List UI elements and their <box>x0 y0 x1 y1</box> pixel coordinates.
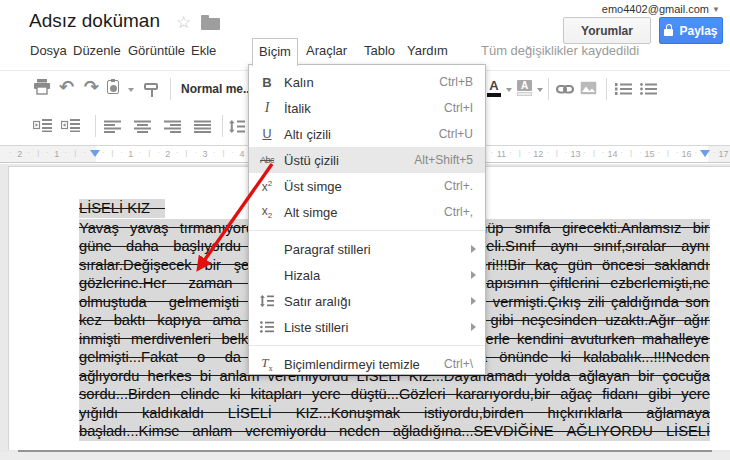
menu-item-alt-izili[interactable]: UAltı çiziliCtrl+U <box>249 121 485 147</box>
menu-item-bi-imlendirmeyi-temizle[interactable]: TxBiçimlendirmeyi temizleCtrl+\ <box>249 351 485 377</box>
paragraph-styles-dropdown[interactable]: Normal me... <box>181 82 253 96</box>
ruler-number: 15 <box>644 149 654 159</box>
align-left-icon[interactable] <box>104 119 121 137</box>
align-justify-icon[interactable] <box>194 119 211 137</box>
clear-formatting-icon: Tx <box>257 355 277 373</box>
menu-item-alt-simge[interactable]: x2Alt simgeCtrl+, <box>249 199 485 225</box>
menu-item--st-simge[interactable]: x2Üst simgeCtrl+. <box>249 173 485 199</box>
web-clipboard-icon[interactable] <box>107 80 119 94</box>
ruler-tick: | <box>556 148 558 157</box>
highlight-color-icon[interactable]: A <box>517 80 532 96</box>
ruler-tick: · <box>231 148 234 157</box>
ruler-tick: | <box>74 148 76 157</box>
align-center-icon[interactable] <box>134 119 151 137</box>
menubar-item-ekle[interactable]: Ekle <box>191 40 216 62</box>
ruler-tick: · <box>194 148 197 157</box>
highlight-caret-icon[interactable] <box>537 88 543 92</box>
menu-item-sat-r-aral-[interactable]: Satır aralığı <box>249 288 485 314</box>
menubar-item-dosya[interactable]: Dosya <box>30 40 67 62</box>
numbered-list-icon[interactable] <box>615 81 632 99</box>
redo-icon[interactable]: ↷ <box>84 76 99 97</box>
submenu-arrow-icon <box>471 271 476 279</box>
menu-item-shortcut: Alt+Shift+5 <box>414 153 473 167</box>
ruler-tick: · <box>565 148 568 157</box>
menubar-item-tablo[interactable]: Tablo <box>364 40 395 62</box>
ruler-tick: · <box>676 148 679 157</box>
menubar-item-biçim[interactable]: Biçim <box>252 38 298 66</box>
ruler-tick: · <box>102 148 105 157</box>
line-spacing-icon[interactable] <box>229 119 245 137</box>
selected-text-line[interactable]: sordu...Birdenelindekikitaplarıyeredüştü… <box>79 385 710 404</box>
subscript-icon: x2 <box>257 204 277 220</box>
insert-link-icon[interactable] <box>556 82 574 100</box>
menu-item-shortcut: Ctrl+, <box>444 205 473 219</box>
ruler-tick: | <box>593 148 595 157</box>
ruler-tick: | <box>37 148 39 157</box>
menu-divider <box>249 345 485 346</box>
right-indent-marker[interactable] <box>700 150 710 157</box>
menu-item-liste-stilleri[interactable]: Liste stilleri <box>249 314 485 340</box>
undo-icon[interactable]: ↶ <box>59 76 74 97</box>
indent-increase-icon[interactable] <box>61 118 80 136</box>
folder-icon[interactable] <box>201 18 220 30</box>
menubar-item-yardım[interactable]: Yardım <box>407 40 448 62</box>
bulleted-list-icon[interactable] <box>640 81 657 99</box>
menu-item-paragraf-stilleri[interactable]: Paragraf stilleri <box>249 236 485 262</box>
selected-text-line[interactable]: yığıldıkaldıkaldıLİSELİKIZ...Konuşmakist… <box>79 404 710 423</box>
selected-text-line[interactable]: başladı...Kimseanlamveremiyordunedenağla… <box>79 422 710 441</box>
menubar-item-düzenle[interactable]: Düzenle <box>73 40 121 62</box>
menubar-item-araçlar[interactable]: Araçlar <box>306 40 347 62</box>
selected-title-text[interactable]: LİSELİ KIZ <box>79 199 165 218</box>
print-icon[interactable] <box>33 78 51 99</box>
toolbar-separator <box>95 115 96 137</box>
text-color-caret-icon[interactable] <box>506 88 512 92</box>
menu-item-hizala[interactable]: Hizala <box>249 262 485 288</box>
clipboard-caret-icon[interactable] <box>128 88 134 92</box>
toolbar-separator <box>606 78 607 100</box>
ruler-number: 4 <box>239 149 244 159</box>
menu-divider <box>249 230 485 231</box>
ruler-tick: · <box>9 148 12 157</box>
menu-item--st-izili[interactable]: AbcÜstü çiziliAlt+Shift+5 <box>249 147 485 173</box>
ruler-number: 2 <box>17 149 22 159</box>
italic-icon: I <box>257 100 277 116</box>
format-menu-panel: BKalınCtrl+BIİtalikCtrl+IUAltı çiziliCtr… <box>248 64 486 375</box>
share-button[interactable]: Paylaş <box>659 17 723 44</box>
menu-item-i-talik[interactable]: IİtalikCtrl+I <box>249 95 485 121</box>
window-bottom-strip <box>0 452 730 460</box>
ruler-tick: · <box>509 148 512 157</box>
menu-item-shortcut: Ctrl+\ <box>444 357 473 371</box>
menu-item-shortcut: Ctrl+. <box>444 179 473 193</box>
ruler-tick: · <box>28 148 31 157</box>
ruler-tick: | <box>222 148 224 157</box>
menubar-item-görüntüle[interactable]: Görüntüle <box>128 40 185 62</box>
save-status: Tüm değişiklikler kaydedildi <box>481 40 639 62</box>
align-right-icon[interactable] <box>164 119 181 137</box>
ruler-tick: · <box>65 148 68 157</box>
menu-item-kal-n[interactable]: BKalınCtrl+B <box>249 69 485 95</box>
ruler-tick: · <box>157 148 160 157</box>
left-indent-marker[interactable] <box>90 150 100 157</box>
paint-format-icon[interactable] <box>144 83 158 90</box>
ruler-tick: · <box>639 148 642 157</box>
ruler-number: 12 <box>533 149 543 159</box>
ruler-tick: · <box>657 148 660 157</box>
insert-image-icon[interactable] <box>580 81 597 99</box>
ruler-tick: | <box>630 148 632 157</box>
ruler-tick: | <box>148 148 150 157</box>
submenu-arrow-icon <box>471 245 476 253</box>
ruler-tick: | <box>111 148 113 157</box>
menu-item-shortcut: Ctrl+B <box>439 75 473 89</box>
document-title[interactable]: Adsız doküman <box>29 10 160 32</box>
submenu-arrow-icon <box>471 323 476 331</box>
account-email[interactable]: emo4402@gmail.com ▼ <box>602 3 720 15</box>
menu-item-label: Alt simge <box>284 205 444 220</box>
indent-decrease-icon[interactable] <box>33 118 52 136</box>
star-icon[interactable]: ☆ <box>176 12 191 33</box>
ruler-number: 1 <box>54 149 59 159</box>
ruler-number: 13 <box>570 149 580 159</box>
ruler-tick: · <box>83 148 86 157</box>
text-color-icon[interactable]: A <box>487 80 501 97</box>
superscript-icon: x2 <box>257 179 277 194</box>
menu-item-label: Altı çizili <box>284 127 439 142</box>
